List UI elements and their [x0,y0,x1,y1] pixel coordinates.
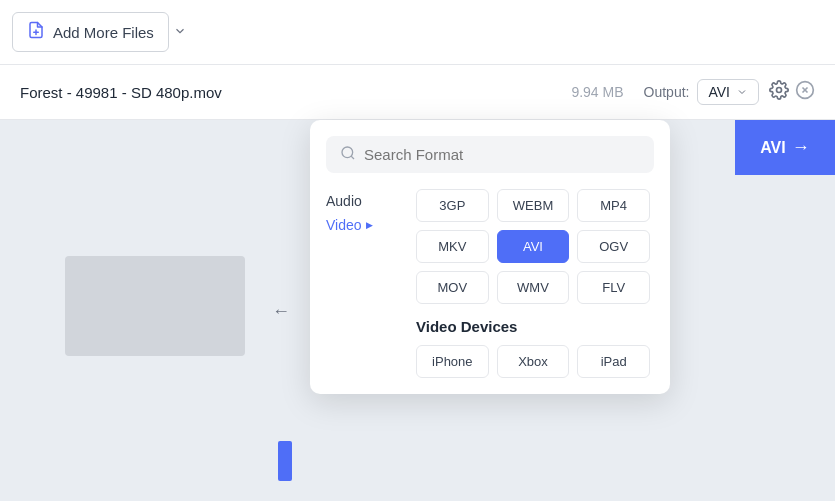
file-add-icon [27,21,45,43]
format-mkv[interactable]: MKV [416,230,489,263]
close-file-button[interactable] [795,80,815,105]
format-avi[interactable]: AVI [497,230,570,263]
search-box [326,136,654,173]
add-files-dropdown-arrow[interactable] [169,24,191,41]
search-icon [340,145,356,164]
video-devices-title: Video Devices [416,318,654,335]
format-mov[interactable]: MOV [416,271,489,304]
back-arrow-icon[interactable]: ← [272,300,290,321]
video-thumbnail [65,256,245,356]
device-xbox[interactable]: Xbox [497,345,570,378]
add-files-button[interactable]: Add More Files [12,12,169,52]
add-files-label: Add More Files [53,24,154,41]
main-content: ← Audio Video 3GP WEBM MP4 M [0,120,835,501]
format-flv[interactable]: FLV [577,271,650,304]
svg-point-6 [342,147,353,158]
format-grid-wrapper: 3GP WEBM MP4 MKV AVI OGV MOV WMV FLV Vid… [416,189,654,378]
format-mp4[interactable]: MP4 [577,189,650,222]
left-panel: ← [0,120,310,501]
file-row: Forest - 49981 - SD 480p.mov 9.94 MB Out… [0,65,835,120]
category-video[interactable]: Video [326,213,406,237]
settings-button[interactable] [769,80,789,105]
progress-indicator [278,441,292,481]
device-iphone[interactable]: iPhone [416,345,489,378]
convert-format-label: AVI [760,139,785,157]
format-ogv[interactable]: OGV [577,230,650,263]
devices-grid: iPhone Xbox iPad [416,345,654,378]
output-label: Output: [644,84,690,100]
device-ipad[interactable]: iPad [577,345,650,378]
toolbar: Add More Files [0,0,835,65]
convert-button[interactable]: AVI → [735,120,835,175]
svg-line-7 [351,156,354,159]
category-list: Audio Video [326,189,406,378]
category-audio[interactable]: Audio [326,189,406,213]
output-format-select[interactable]: AVI [697,79,759,105]
format-3gp[interactable]: 3GP [416,189,489,222]
format-webm[interactable]: WEBM [497,189,570,222]
convert-arrow-icon: → [792,137,810,158]
format-wmv[interactable]: WMV [497,271,570,304]
file-name: Forest - 49981 - SD 480p.mov [20,84,571,101]
search-input[interactable] [364,146,640,163]
format-body: Audio Video 3GP WEBM MP4 MKV AVI OGV MOV… [326,189,654,378]
format-grid: 3GP WEBM MP4 MKV AVI OGV MOV WMV FLV [416,189,654,304]
output-format-value: AVI [708,84,730,100]
svg-point-2 [777,87,782,92]
file-size: 9.94 MB [571,84,623,100]
format-dropdown: Audio Video 3GP WEBM MP4 MKV AVI OGV MOV… [310,120,670,394]
